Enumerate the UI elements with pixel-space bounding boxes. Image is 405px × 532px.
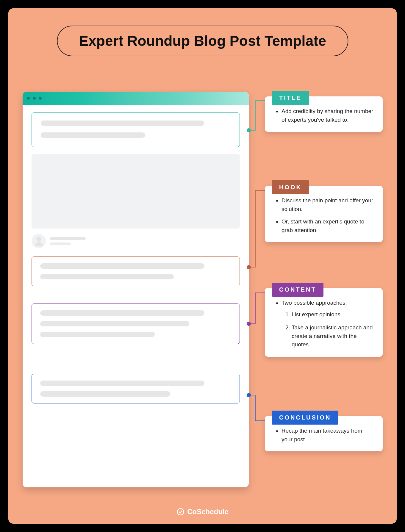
window-dot-icon [33, 97, 36, 100]
wireframe-title-block [32, 112, 240, 147]
callout-tag-hook: HOOK [272, 180, 309, 194]
callout-tag-conclusion: CONCLUSION [272, 411, 338, 425]
wireframe-hook-block [32, 256, 240, 286]
placeholder-line [41, 132, 145, 138]
wireframe-image-placeholder [32, 154, 240, 229]
placeholder-line [50, 237, 86, 240]
placeholder-line [40, 332, 155, 337]
callout-tag-title: TITLE [272, 91, 309, 105]
callout-list-item: Take a journalistic approach and create … [292, 323, 374, 349]
svg-point-4 [177, 508, 184, 515]
browser-mock [23, 92, 249, 487]
avatar-placeholder-icon [32, 234, 46, 248]
callout-list-item: List expert opinions [292, 310, 374, 319]
wireframe-author-row [32, 234, 240, 248]
browser-title-bar [23, 92, 249, 105]
callout-tag-content: CONTENT [272, 283, 323, 297]
coschedule-logo-icon [176, 508, 184, 516]
callout-title: TITLE Add crediblity by sharing the numb… [265, 96, 383, 132]
placeholder-line [40, 310, 204, 316]
callout-content: CONTENT Two possible approaches: List ex… [265, 288, 383, 357]
placeholder-line [40, 381, 204, 386]
window-dot-icon [39, 97, 42, 100]
callout-intro-text: Two possible approaches: [282, 300, 347, 306]
infographic-canvas: Expert Roundup Blog Post Template [8, 8, 397, 524]
placeholder-line [40, 263, 204, 269]
callout-conclusion: CONCLUSION Recap the main takeaways from… [265, 416, 383, 451]
callout-bullet: Recap the main takeaways from your post. [282, 427, 374, 444]
placeholder-line [40, 274, 174, 279]
placeholder-line [40, 391, 170, 397]
footer-brand-text: CoSchedule [187, 508, 229, 516]
footer-brand: CoSchedule [176, 508, 229, 516]
browser-body [23, 105, 249, 412]
wireframe-conclusion-block [32, 374, 240, 403]
callout-bullet: Two possible approaches: List expert opi… [282, 299, 374, 349]
callout-hook: HOOK Discuss the pain point and offer yo… [265, 186, 383, 242]
callout-bullet: Add crediblity by sharing the number of … [282, 107, 374, 124]
wireframe-content-block [32, 303, 240, 344]
callout-bullet: Or, start with an expert's quote to grab… [282, 218, 374, 234]
placeholder-line [41, 121, 204, 126]
placeholder-line [40, 321, 189, 326]
page-title: Expert Roundup Blog Post Template [57, 26, 348, 56]
callout-bullet: Discuss the pain point and offer your so… [282, 196, 374, 213]
window-dot-icon [27, 97, 30, 100]
placeholder-line [50, 242, 71, 245]
